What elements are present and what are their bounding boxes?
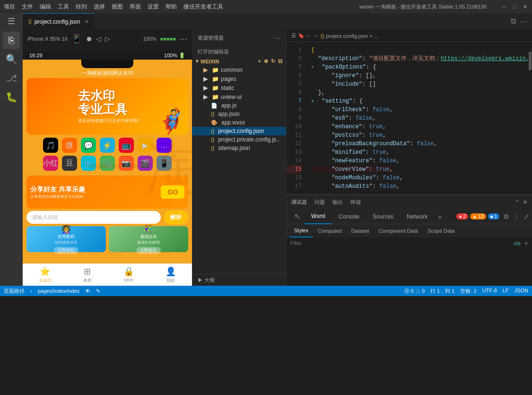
style-tab-dataset[interactable]: Dataset bbox=[347, 224, 374, 237]
devtools-content: Styles Computed Dataset Component Data S… bbox=[287, 224, 532, 286]
code-area: 1 2 3 4 5 6 7 8 9 10 11 12 13 bbox=[287, 42, 532, 194]
file-appjs[interactable]: 📄 app.js bbox=[192, 101, 286, 110]
more-tabs-icon[interactable]: ⋯ bbox=[520, 17, 527, 26]
inspector-expand-icon[interactable]: ⤢ bbox=[523, 213, 529, 220]
nav-item-watermark[interactable]: ⭐ 去水印 bbox=[39, 266, 52, 284]
split-editor-icon[interactable]: ⧉ bbox=[511, 17, 516, 26]
breadcrumb-back-icon[interactable]: ← bbox=[306, 33, 312, 39]
menu-item-interface[interactable]: 界面 bbox=[130, 3, 141, 11]
inspector-more-icon[interactable]: ⋮ bbox=[513, 213, 520, 220]
inspector-tab-wxml[interactable]: Wxml bbox=[305, 209, 332, 224]
refresh-icon[interactable]: ↻ bbox=[271, 58, 275, 64]
breadcrumb-bookmark-icon[interactable]: 🔖 bbox=[298, 33, 305, 39]
folder-common[interactable]: ▶ 📁 common bbox=[192, 65, 286, 74]
banner-sub: 喜欢的短视频可以去水印保存哦！ bbox=[78, 118, 142, 124]
icon-douban[interactable]: 豆 bbox=[62, 156, 77, 171]
tab-close-icon[interactable]: ✕ bbox=[85, 19, 88, 24]
menu-item-file[interactable]: 文件 bbox=[22, 3, 33, 11]
folder-static[interactable]: ▶ 📁 static bbox=[192, 83, 286, 92]
menu-item-settings[interactable]: 设置 bbox=[148, 3, 159, 11]
add-folder-icon[interactable]: ⊕ bbox=[264, 58, 268, 64]
folder-pages-icon: 📁 bbox=[212, 76, 219, 82]
sidebar-toggle-icon[interactable]: ☰ bbox=[8, 16, 15, 26]
more-options-icon[interactable]: ⋯ bbox=[180, 35, 187, 44]
inspector-more-tabs[interactable]: » bbox=[434, 213, 445, 220]
git-icon[interactable]: ⎇ bbox=[3, 70, 20, 87]
close-button[interactable]: ✕ bbox=[522, 3, 528, 10]
menu-item-goto[interactable]: 转到 bbox=[76, 3, 87, 11]
phone-back-icon[interactable]: ◁ bbox=[96, 35, 101, 43]
tab-project-config[interactable]: {} project.config.json ✕ bbox=[23, 13, 95, 30]
inspector-cursor-icon[interactable]: ↖ bbox=[289, 212, 305, 221]
phone-next-icon[interactable]: ▷ bbox=[105, 35, 110, 43]
root-folder[interactable]: ▾ WEIXIN + ⊕ ↻ ⊟ bbox=[192, 57, 286, 65]
banner-line1: 去水印 bbox=[78, 89, 142, 103]
file-projectconfig[interactable]: {} project.config.json bbox=[192, 127, 286, 135]
breadcrumb-nav-icon[interactable]: ☰ bbox=[291, 33, 296, 39]
menu-item-help[interactable]: 帮助 bbox=[166, 3, 177, 11]
editor-scrollbar[interactable] bbox=[528, 42, 532, 194]
maximize-button[interactable]: □ bbox=[511, 3, 518, 10]
debug-tab[interactable]: 调试器 bbox=[291, 199, 307, 206]
menu-item-edit[interactable]: 编辑 bbox=[40, 3, 51, 11]
file-sitemap[interactable]: {} sitemap.json bbox=[192, 144, 286, 152]
nav-item-recommend[interactable]: ⊞ 推荐 bbox=[83, 266, 92, 284]
style-tab-computed[interactable]: Computed bbox=[313, 224, 347, 237]
status-edit-icon[interactable]: ✎ bbox=[96, 288, 100, 294]
inspector-tab-sources[interactable]: Sources bbox=[366, 209, 400, 224]
inspector-tab-console[interactable]: Console bbox=[332, 209, 366, 224]
parse-input[interactable]: 请输入内容 bbox=[26, 211, 161, 224]
menu-item-wechat[interactable]: 微信开发者工具 bbox=[183, 3, 223, 11]
parse-button[interactable]: 解析 bbox=[164, 211, 188, 224]
collapse-icon[interactable]: ⊟ bbox=[278, 58, 282, 64]
nav-item-md5[interactable]: 🔒 MD5 bbox=[123, 266, 134, 284]
phone-bottom-nav: ⭐ 去水印 ⊞ 推荐 🔒 MD5 👤 我的 bbox=[23, 263, 192, 286]
icon-xiaohongshu[interactable]: 小红 bbox=[43, 156, 58, 171]
problem-tab[interactable]: 问题 bbox=[314, 199, 325, 206]
inspector-settings-icon[interactable]: ⚙ bbox=[503, 213, 509, 220]
file-projectconfig-label: project.config.json bbox=[218, 128, 264, 134]
status-eye-icon[interactable]: 👁 bbox=[85, 288, 90, 294]
menu-item-view[interactable]: 视图 bbox=[112, 3, 123, 11]
new-file-icon[interactable]: ⋯ bbox=[274, 35, 280, 42]
folder-uview[interactable]: ▶ 📁 uview-ui bbox=[192, 92, 286, 101]
open-editors-header[interactable]: 打开的编辑器 bbox=[192, 46, 286, 57]
file-projectprivate[interactable]: {} project.private.config.js... bbox=[192, 135, 286, 144]
activity-bar: ⎘ 🔍 ⎇ 🐛 bbox=[0, 30, 23, 286]
icon-weibo[interactable]: 微 bbox=[62, 138, 77, 153]
inspector-tab-network[interactable]: Network bbox=[400, 209, 434, 224]
card-invite[interactable]: 👫 邀请好友 邀请好友解锁 立即前往 bbox=[109, 226, 188, 252]
add-file-icon[interactable]: + bbox=[258, 58, 261, 64]
nav-item-mine[interactable]: 👤 我的 bbox=[166, 266, 176, 284]
search-icon[interactable]: 🔍 bbox=[3, 51, 20, 68]
style-tab-styles[interactable]: Styles bbox=[289, 224, 313, 237]
menu-item-tool[interactable]: 工具 bbox=[58, 3, 69, 11]
output-tab[interactable]: 输出 bbox=[332, 199, 343, 206]
icon-tiktok[interactable]: 🎵 bbox=[43, 138, 58, 153]
tab-label-project-config: project.config.json bbox=[35, 18, 80, 25]
breadcrumb-forward-icon[interactable]: → bbox=[314, 33, 319, 39]
menu-item-select[interactable]: 选择 bbox=[94, 3, 105, 11]
folder-uview-label: uview-ui bbox=[221, 94, 242, 100]
outline-header[interactable]: ▶ 大纲 bbox=[192, 274, 286, 286]
nav-recommend-label: 推荐 bbox=[83, 278, 92, 284]
card-tutorial[interactable]: 👩‍🏫 使用教程 如何去除水印 立即前往 bbox=[26, 226, 106, 252]
explorer-icon[interactable]: ⎘ bbox=[3, 32, 20, 49]
style-tab-component[interactable]: Component Data bbox=[374, 224, 423, 237]
devtools-close-icon[interactable]: ✕ bbox=[523, 199, 527, 205]
minimize-button[interactable]: ─ bbox=[501, 3, 507, 10]
editor-scrollbar-thumb[interactable] bbox=[529, 52, 532, 70]
style-tab-scope[interactable]: Scope Data bbox=[423, 224, 459, 237]
file-appwxss[interactable]: 🎨 app.wxss bbox=[192, 118, 286, 127]
cls-button[interactable]: .cls bbox=[513, 240, 521, 246]
debug-icon[interactable]: 🐛 bbox=[3, 88, 20, 105]
file-appjson[interactable]: {} app.json bbox=[192, 110, 286, 118]
folder-pages[interactable]: ▶ 📁 pages bbox=[192, 74, 286, 83]
devtools-up-icon[interactable]: ⌃ bbox=[515, 199, 519, 205]
terminal-tab[interactable]: 终端 bbox=[350, 199, 361, 206]
add-style-button[interactable]: + bbox=[524, 239, 528, 247]
menu-item-project[interactable]: 项目 bbox=[4, 3, 15, 11]
status-path-value[interactable]: pages/index/index bbox=[38, 288, 80, 294]
file-sitemap-label: sitemap.json bbox=[218, 145, 250, 151]
filter-input[interactable] bbox=[290, 240, 509, 246]
